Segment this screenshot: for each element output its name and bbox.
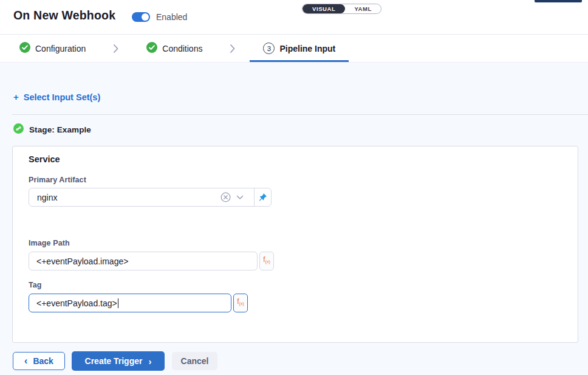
cutoff-top-button[interactable] xyxy=(535,0,582,2)
pin-artifact-button[interactable] xyxy=(254,188,271,206)
tab-label-pipeline-input: Pipeline Input xyxy=(279,44,335,53)
wizard-tabbar: Configuration Conditions 3 Pipeline Inpu… xyxy=(0,35,588,63)
image-path-label: Image Path xyxy=(29,239,70,247)
toggle-knob xyxy=(142,13,149,21)
expression-fx-button[interactable]: f(x) xyxy=(233,294,248,312)
pin-icon xyxy=(258,193,267,202)
mode-yaml-button[interactable]: YAML xyxy=(345,4,380,13)
chevron-left-icon: ‹ xyxy=(24,356,27,366)
chevron-right-icon xyxy=(230,44,236,53)
stage-label: Stage: Example xyxy=(29,125,91,134)
primary-artifact-label: Primary Artifact xyxy=(29,176,86,184)
primary-artifact-select xyxy=(29,188,272,207)
step-number-badge: 3 xyxy=(263,43,275,54)
tag-label: Tag xyxy=(29,281,42,289)
chevron-down-icon[interactable] xyxy=(236,195,244,200)
fx-sub-icon: (x) xyxy=(265,260,270,264)
tag-input-value: <+eventPayload.tag> xyxy=(36,298,117,308)
select-input-sets-link[interactable]: + Select Input Set(s) xyxy=(13,92,100,102)
tag-field: <+eventPayload.tag> f(x) xyxy=(29,294,248,312)
select-input-sets-label: Select Input Set(s) xyxy=(24,92,101,102)
tag-input[interactable]: <+eventPayload.tag> xyxy=(29,294,231,312)
chevron-right-icon xyxy=(113,44,119,53)
back-button-label: Back xyxy=(33,356,53,366)
enabled-toggle[interactable] xyxy=(132,12,150,22)
tab-pipeline-input[interactable]: 3 Pipeline Input xyxy=(250,35,349,62)
clear-selection-icon[interactable] xyxy=(220,192,231,202)
tab-label-conditions: Conditions xyxy=(162,44,202,53)
image-path-field: f(x) xyxy=(29,252,274,270)
plus-icon: + xyxy=(13,92,19,102)
tab-label-configuration: Configuration xyxy=(35,44,86,53)
expression-fx-button[interactable]: f(x) xyxy=(259,252,274,270)
cancel-button[interactable]: Cancel xyxy=(172,352,217,370)
pipeline-input-panel: + Select Input Set(s) Stage: Example Ser… xyxy=(0,63,588,375)
image-path-input[interactable] xyxy=(29,252,258,270)
mode-visual-button[interactable]: VISUAL xyxy=(303,4,345,13)
back-button[interactable]: ‹ Back xyxy=(13,352,65,370)
primary-artifact-value-area xyxy=(29,188,254,206)
cancel-button-label: Cancel xyxy=(181,356,209,366)
visual-yaml-switch: VISUAL YAML xyxy=(302,4,381,14)
page-header: On New Webhook Enabled VISUAL YAML xyxy=(0,0,588,35)
primary-artifact-input[interactable] xyxy=(37,193,220,202)
section-divider xyxy=(12,114,588,115)
stage-header: Stage: Example xyxy=(13,123,91,136)
tab-configuration[interactable]: Configuration xyxy=(19,35,86,62)
service-section-title: Service xyxy=(29,154,60,164)
fx-sub-icon: (x) xyxy=(239,301,244,306)
trigger-wizard-page: On New Webhook Enabled VISUAL YAML Confi… xyxy=(0,0,588,375)
service-card: Service Primary Artifact Image Path xyxy=(12,146,578,343)
create-trigger-button[interactable]: Create Trigger › xyxy=(72,351,165,371)
check-circle-icon xyxy=(19,42,30,55)
chevron-right-icon: › xyxy=(148,356,151,366)
create-trigger-label: Create Trigger xyxy=(85,356,143,366)
page-title: On New Webhook xyxy=(13,9,115,22)
text-caret xyxy=(118,298,118,308)
tab-conditions[interactable]: Conditions xyxy=(146,35,202,62)
cd-stage-icon xyxy=(13,123,24,136)
check-circle-icon xyxy=(146,42,157,55)
enabled-label: Enabled xyxy=(156,12,187,22)
